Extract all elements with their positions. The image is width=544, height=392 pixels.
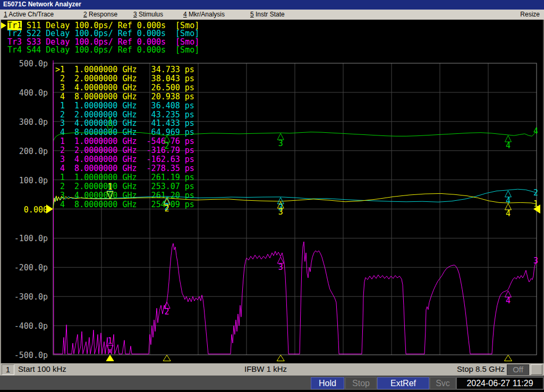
menu-item-mkr-analysis[interactable]: 4 Mkr/Analysis: [183, 11, 225, 18]
trace-definition: S44 Delay 100.0ps/ Ref 0.000s [Smo]: [22, 45, 199, 55]
y-axis-label: 400.0p: [10, 88, 48, 98]
taskbar-button-extref[interactable]: ExtRef: [377, 377, 429, 389]
menu-bar: Resize 1 Active Ch/Trace2 Response3 Stim…: [0, 10, 544, 20]
e5071c-app: E5071C Network Analyzer Resize 1 Active …: [0, 0, 544, 392]
title-bar: E5071C Network Analyzer: [0, 0, 544, 10]
marker-readout-row: 4 8.0000000 GHz 254.09 ps: [55, 200, 194, 209]
y-axis-label: 500.0p: [10, 59, 48, 69]
y-axis-label: 200.0p: [10, 147, 48, 156]
marker-readout-row: 3 4.0000000 GHz -162.63 ps: [55, 155, 194, 164]
y-axis-label: -100.0p: [10, 234, 48, 243]
marker-readout-row: 3 4.0000000 GHz 41.433 ps: [55, 119, 194, 127]
marker-readout-row: 2 2.0000000 GHz -316.79 ps: [55, 146, 194, 155]
task-bar: 2024-06-27 11:29 HoldStopExtRefSvc: [0, 376, 544, 390]
screen-frame-left: [0, 20, 1, 363]
marker-readout-row: 1 1.0000000 GHz -546.76 ps: [55, 137, 194, 146]
menu-item-instr-state[interactable]: 5 Instr State: [250, 11, 285, 18]
taskbar-button-svc[interactable]: Svc: [430, 377, 456, 389]
menu-item-stimulus[interactable]: 3 Stimulus: [133, 11, 163, 18]
y-axis-label: -200.0p: [10, 263, 48, 272]
off-button[interactable]: Off: [507, 364, 529, 375]
channel-number: 1: [2, 364, 14, 375]
taskbar-button-stop[interactable]: Stop: [345, 377, 377, 389]
y-axis-label: 100.0p: [10, 176, 48, 185]
marker-readout-row: 2 2.0000000 GHz 43.235 ps: [55, 110, 194, 119]
y-axis-label: -500.0p: [10, 351, 48, 360]
bottom-strip: [0, 390, 544, 392]
marker-readout-row: 4 8.0000000 GHz 20.938 ps: [55, 92, 194, 101]
marker-readout-row: 4 8.0000000 GHz 64.969 ps: [55, 128, 194, 137]
marker-readout-row: 4 8.0000000 GHz -278.35 ps: [55, 164, 194, 173]
start-frequency[interactable]: Start 100 kHz: [18, 364, 66, 373]
marker-readout-row: 1 1.0000000 GHz 261.19 ps: [55, 173, 194, 182]
clock-display: 2024-06-27 11:29: [456, 377, 543, 389]
trace-status-tr4[interactable]: Tr4 S44 Delay 100.0ps/ Ref 0.000s [Smo]: [7, 46, 199, 54]
marker-readout-row: 1 1.0000000 GHz 36.408 ps: [55, 101, 194, 110]
y-axis-label: -400.0p: [10, 321, 48, 331]
status-bar: 1 Start 100 kHz IFBW 1 kHz Stop 8.5 GHz …: [0, 363, 544, 376]
y-axis-label: 0.000: [10, 205, 48, 215]
y-axis-label: -300.0p: [10, 292, 48, 302]
marker-readout-row: 2 2.0000000 GHz 253.07 ps: [55, 182, 194, 191]
trace-id-tr4: Tr4: [7, 45, 22, 55]
marker-readout-row: 3 4.0000000 GHz 261.20 ps: [55, 191, 194, 200]
y-axis-label: 300.0p: [10, 117, 48, 127]
app-title: E5071C Network Analyzer: [3, 1, 81, 8]
active-trace-arrow-icon: [1, 22, 6, 29]
menu-item-active-ch-trace[interactable]: 1 Active Ch/Trace: [4, 11, 54, 18]
marker-readout-row: >1 1.0000000 GHz 34.733 ps: [55, 65, 194, 74]
taskbar-button-hold[interactable]: Hold: [311, 377, 344, 389]
menu-item-response[interactable]: 2 Response: [83, 11, 117, 18]
statusbar-end-box[interactable]: [531, 364, 542, 375]
stop-frequency[interactable]: Stop 8.5 GHz: [457, 364, 505, 373]
marker-readout-row: 3 4.0000000 GHz 26.500 ps: [55, 83, 194, 92]
marker-readout-row: 2 2.0000000 GHz 38.043 ps: [55, 74, 194, 83]
ifbw-value[interactable]: IFBW 1 kHz: [244, 364, 287, 373]
menu-resize[interactable]: Resize: [520, 11, 540, 18]
